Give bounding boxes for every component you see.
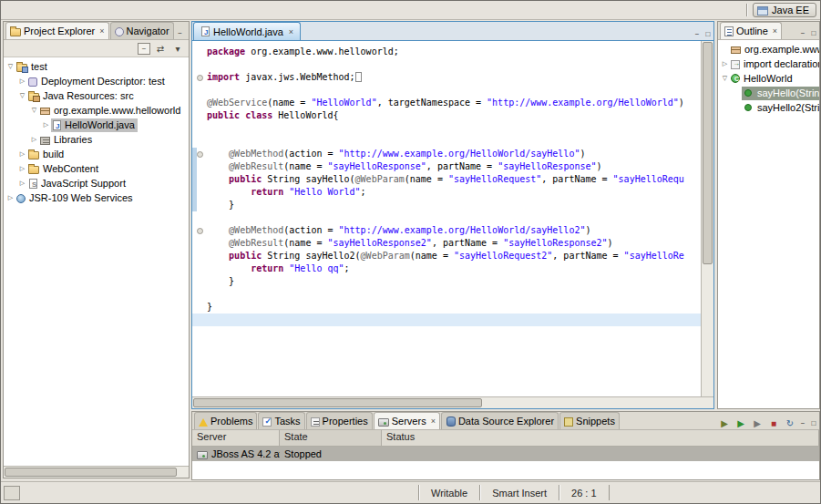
scrollbar-thumb[interactable]: [193, 398, 482, 407]
tab-problems[interactable]: Problems: [194, 412, 257, 429]
server-row-jboss-as-4-2-at-lc[interactable]: JBoss AS 4.2 at lcStopped: [192, 447, 819, 461]
code-line-15[interactable]: @WebMethod(action = "http://www.example.…: [192, 224, 702, 237]
tab-snippets[interactable]: Snippets: [559, 412, 620, 429]
code-line-13[interactable]: }: [192, 199, 702, 211]
close-icon[interactable]: ×: [99, 26, 104, 36]
collapse-arrow-icon[interactable]: ▽: [720, 75, 730, 82]
code-token: ): [597, 161, 602, 171]
expand-arrow-icon[interactable]: ▷: [17, 77, 27, 85]
code-line-12[interactable]: return "Hello World";: [192, 186, 702, 199]
minimize-icon[interactable]: −: [692, 28, 703, 40]
column-header-server[interactable]: Server: [192, 430, 280, 446]
maximize-icon[interactable]: □: [808, 27, 819, 39]
start-server-icon[interactable]: ▶: [734, 417, 748, 429]
tab-project-explorer[interactable]: Project Explorer ×: [5, 22, 109, 39]
code-line-21[interactable]: }: [192, 301, 702, 314]
code-line-7[interactable]: [192, 122, 702, 135]
link-with-editor-icon[interactable]: ⇄: [153, 42, 168, 55]
collapse-arrow-icon[interactable]: ▽: [5, 63, 15, 70]
maximize-icon[interactable]: □: [808, 417, 819, 429]
code-line-9[interactable]: @WebMethod(action = "http://www.example.…: [192, 148, 702, 160]
tab-outline[interactable]: Outline ×: [720, 22, 782, 39]
code-line-14[interactable]: [192, 211, 702, 224]
collapse-arrow-icon[interactable]: ▽: [29, 107, 39, 114]
tree-item-libraries[interactable]: ▷Libraries: [4, 132, 189, 147]
expand-arrow-icon[interactable]: ▷: [17, 180, 27, 187]
code-line-5[interactable]: @WebService(name = "HelloWorld", targetN…: [192, 97, 702, 109]
tree-item-javascript-support[interactable]: ▷JavaScript Support: [4, 176, 189, 190]
collapse-all-icon[interactable]: −: [138, 43, 150, 55]
horizontal-scrollbar[interactable]: [192, 396, 713, 408]
code-line-19[interactable]: }: [192, 275, 702, 288]
tree-item-deployment-descriptor-test[interactable]: ▷Deployment Descriptor: test: [4, 74, 189, 88]
tree-item-helloworld-java[interactable]: ▷HelloWorld.java: [4, 118, 189, 132]
maximize-icon[interactable]: □: [186, 27, 189, 39]
maximize-icon[interactable]: □: [703, 28, 713, 40]
code-line-20[interactable]: [192, 288, 702, 301]
tree-item-webcontent[interactable]: ▷WebContent: [4, 161, 189, 176]
code-line-4[interactable]: [192, 84, 702, 97]
tab-properties[interactable]: Properties: [306, 412, 373, 429]
expand-arrow-icon[interactable]: ▷: [17, 165, 27, 172]
outline-item-import-declarations[interactable]: ▷import declarations: [718, 57, 819, 71]
expand-arrow-icon[interactable]: ▷: [41, 121, 51, 129]
profile-server-icon[interactable]: ▶: [750, 417, 765, 429]
code-editor[interactable]: package org.example.www.helloworld;impor…: [192, 41, 713, 396]
code-line-3[interactable]: import javax.jws.WebMethod;: [192, 71, 702, 84]
trim-button[interactable]: [4, 486, 20, 500]
code-line-10[interactable]: @WebResult(name = "sayHelloResponse", pa…: [192, 160, 702, 173]
code-token: [207, 225, 229, 235]
tree-item-test[interactable]: ▽test: [4, 59, 189, 74]
tree-item-jsr-109-web-services[interactable]: ▷JSR-109 Web Services: [4, 190, 189, 205]
column-header-state[interactable]: State: [280, 430, 382, 446]
expand-arrow-icon[interactable]: ▷: [17, 150, 27, 158]
tab-navigator[interactable]: Navigator: [110, 22, 174, 39]
tree-item-org-example-www-helloworld[interactable]: ▽org.example.www.helloworld: [4, 103, 189, 118]
scrollbar-thumb[interactable]: [5, 468, 177, 477]
code-token: , partName =: [426, 161, 498, 171]
code-token: @WebParam: [355, 174, 405, 184]
outline-item-sayhello2-string[interactable]: sayHello2(String): [718, 100, 819, 115]
tab-data-source-explorer[interactable]: Data Source Explorer: [441, 412, 559, 429]
outline-item-helloworld[interactable]: ▽HelloWorld: [718, 71, 819, 86]
column-header-status[interactable]: Status: [382, 430, 819, 446]
scrollbar-thumb[interactable]: [703, 42, 713, 264]
close-icon[interactable]: ×: [773, 26, 777, 36]
expand-arrow-icon[interactable]: ▷: [5, 194, 15, 201]
outline-item-org-example-www[interactable]: org.example.www: [718, 42, 819, 57]
minimize-icon[interactable]: −: [797, 417, 808, 429]
close-icon[interactable]: ×: [431, 417, 436, 426]
code-line-11[interactable]: public String sayHello(@WebParam(name = …: [192, 173, 702, 186]
vertical-scrollbar[interactable]: [701, 41, 713, 396]
code-line-1[interactable]: package org.example.www.helloworld;: [192, 46, 702, 58]
debug-server-icon[interactable]: ▶: [717, 417, 732, 429]
expand-arrow-icon[interactable]: ▷: [29, 136, 39, 143]
code-line-17[interactable]: public String sayHello2(@WebParam(name =…: [192, 250, 702, 262]
close-icon[interactable]: ×: [289, 27, 293, 36]
tab-servers[interactable]: Servers×: [374, 412, 440, 429]
tree-item-build[interactable]: ▷build: [4, 147, 189, 161]
code-line-16[interactable]: @WebResult(name = "sayHelloResponse2", p…: [192, 237, 702, 250]
code-line-18[interactable]: return "Hello qq";: [192, 262, 702, 275]
outline-icon: [724, 26, 734, 36]
tree-node: JSR-109 Web Services: [15, 191, 136, 205]
tree-item-java-resources-src[interactable]: ▽Java Resources: src: [4, 88, 189, 103]
publish-server-icon[interactable]: ↻: [783, 417, 797, 429]
minimize-icon[interactable]: −: [797, 27, 808, 39]
data-source-icon: [446, 417, 456, 427]
java-ee-perspective-icon: [757, 6, 768, 15]
minimize-icon[interactable]: −: [175, 27, 186, 39]
tab-tasks[interactable]: Tasks: [258, 412, 304, 429]
tab-helloworld-java[interactable]: HelloWorld.java ×: [193, 22, 301, 40]
stop-server-icon[interactable]: ■: [766, 417, 781, 429]
code-line-22[interactable]: [192, 314, 702, 326]
code-line-8[interactable]: [192, 135, 702, 148]
code-line-6[interactable]: public class HelloWorld{: [192, 109, 702, 122]
collapse-arrow-icon[interactable]: ▽: [17, 92, 27, 99]
code-line-2[interactable]: [192, 58, 702, 71]
outline-item-sayhello-string[interactable]: sayHello(String): [718, 86, 819, 100]
expand-arrow-icon[interactable]: ▷: [720, 60, 730, 67]
view-menu-icon[interactable]: ▾: [170, 42, 185, 55]
horizontal-scrollbar[interactable]: [4, 466, 189, 478]
perspective-java-ee-button[interactable]: Java EE: [753, 3, 816, 17]
